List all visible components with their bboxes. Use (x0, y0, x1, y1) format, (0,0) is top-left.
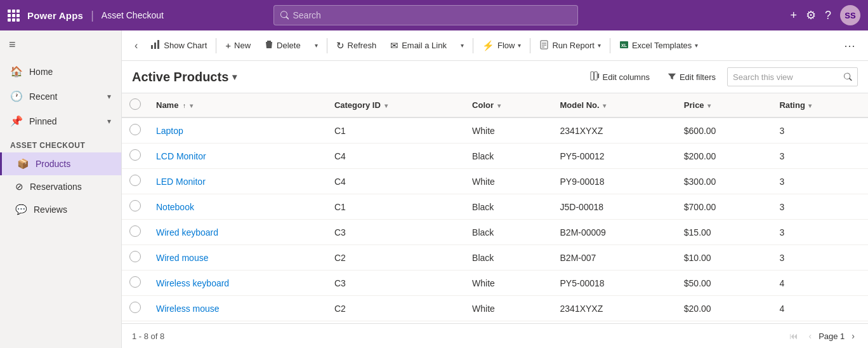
col-model-filter[interactable]: ▾ (603, 102, 606, 109)
table-row: Notebook C1 Black J5D-00018 $700.00 3 (122, 194, 868, 220)
col-category-id[interactable]: Category ID ▾ (327, 93, 464, 117)
row-checkbox-cell[interactable] (122, 194, 148, 220)
row-checkbox[interactable] (129, 225, 141, 237)
row-name[interactable]: Laptop (148, 117, 327, 144)
table-title-arrow[interactable]: ▾ (232, 72, 237, 82)
search-view-icon (844, 72, 852, 81)
edit-filters-button[interactable]: Edit filters (661, 69, 722, 86)
nav-divider: | (91, 9, 94, 22)
row-price: $600.00 (676, 117, 772, 144)
row-checkbox[interactable] (129, 124, 141, 135)
new-button[interactable]: + New (219, 37, 257, 54)
excel-icon: XL (619, 40, 629, 51)
col-color-filter[interactable]: ▾ (497, 102, 501, 109)
row-name[interactable]: Wireless mouse (148, 296, 327, 321)
row-checkbox[interactable] (129, 302, 141, 313)
first-page-button[interactable]: ⏮ (786, 329, 801, 343)
add-button[interactable]: + (790, 9, 797, 22)
row-checkbox-cell[interactable] (122, 117, 148, 144)
top-nav: Power Apps | Asset Checkout + ⚙ ? SS (0, 0, 868, 30)
delete-dropdown[interactable]: ▾ (308, 39, 324, 52)
col-name-label: Name (156, 100, 178, 110)
sidebar-item-recent[interactable]: 🕐 Recent ▾ (0, 84, 121, 109)
flow-icon: ⚡ (482, 40, 494, 51)
row-price: $15.00 (676, 220, 772, 245)
row-category-id: C3 (327, 220, 464, 245)
row-category-id: C1 (327, 194, 464, 220)
global-search[interactable] (273, 5, 578, 25)
col-model-no[interactable]: Model No. ▾ (553, 93, 676, 117)
row-rating: 3 (772, 245, 868, 271)
sidebar-item-products[interactable]: 📦 Products (0, 152, 121, 175)
row-model-no: 2341XYXZ (553, 117, 676, 144)
recent-icon: 🕐 (10, 90, 23, 102)
sidebar-item-reservations[interactable]: ⊘ Reservations (0, 175, 121, 198)
run-report-icon (539, 40, 549, 51)
col-rating[interactable]: Rating ▾ (772, 93, 868, 117)
table-title-text: Active Products (132, 70, 228, 84)
flow-label: Flow (497, 41, 515, 50)
row-model-no: J5D-00018 (553, 194, 676, 220)
avatar[interactable]: SS (840, 5, 860, 25)
excel-templates-button[interactable]: XL Excel Templates ▾ (613, 37, 704, 55)
show-chart-label: Show Chart (164, 41, 207, 50)
row-name[interactable]: Notebook (148, 194, 327, 220)
row-model-no: PY5-00018 (553, 271, 676, 296)
next-page-button[interactable]: › (848, 329, 858, 343)
email-link-button[interactable]: ✉ Email a Link (384, 37, 453, 55)
settings-button[interactable]: ⚙ (806, 8, 816, 22)
search-view-box[interactable] (727, 67, 858, 86)
row-category-id: C2 (327, 245, 464, 271)
search-view-input[interactable] (733, 72, 840, 82)
sidebar-reviews-label: Reviews (34, 204, 67, 215)
row-name[interactable]: LED Monitor (148, 169, 327, 194)
toolbar-sep-4 (530, 38, 530, 53)
back-button[interactable]: ‹ (129, 37, 143, 55)
row-model-no: 2341XYXZ (553, 296, 676, 321)
row-checkbox[interactable] (129, 200, 141, 211)
col-name-filter[interactable]: ▾ (190, 102, 193, 109)
row-checkbox-cell[interactable] (122, 296, 148, 321)
row-checkbox[interactable] (129, 276, 141, 288)
checkbox-header[interactable] (122, 93, 148, 117)
global-search-input[interactable] (293, 10, 571, 20)
row-name[interactable]: Wired keyboard (148, 220, 327, 245)
page-label: Page 1 (819, 331, 845, 341)
show-chart-button[interactable]: Show Chart (144, 36, 213, 55)
row-name[interactable]: Wired mouse (148, 245, 327, 271)
col-price[interactable]: Price ▾ (676, 93, 772, 117)
sidebar-item-reviews[interactable]: 💬 Reviews (0, 198, 121, 221)
row-name[interactable]: Wireless keyboard (148, 271, 327, 296)
run-report-button[interactable]: Run Report ▾ (533, 37, 607, 55)
col-price-label: Price (684, 100, 704, 110)
header-checkbox[interactable] (129, 98, 141, 110)
col-category-filter[interactable]: ▾ (385, 102, 388, 109)
sidebar-item-home[interactable]: 🏠 Home (0, 59, 121, 84)
row-checkbox[interactable] (129, 175, 141, 186)
col-price-filter[interactable]: ▾ (707, 102, 711, 109)
row-checkbox-cell[interactable] (122, 271, 148, 296)
edit-columns-button[interactable]: Edit columns (584, 68, 656, 86)
apps-grid-icon[interactable] (8, 10, 20, 22)
row-checkbox-cell[interactable] (122, 245, 148, 271)
delete-button[interactable]: Delete (258, 36, 307, 55)
refresh-button[interactable]: ↻ Refresh (330, 37, 383, 55)
email-dropdown[interactable]: ▾ (454, 39, 470, 52)
col-rating-filter[interactable]: ▾ (808, 102, 812, 109)
row-checkbox-cell[interactable] (122, 144, 148, 169)
row-checkbox[interactable] (129, 149, 141, 161)
row-checkbox[interactable] (129, 251, 141, 262)
sidebar-item-pinned[interactable]: 📌 Pinned ▾ (0, 109, 121, 133)
col-color[interactable]: Color ▾ (464, 93, 552, 117)
row-name[interactable]: LCD Monitor (148, 144, 327, 169)
row-checkbox-cell[interactable] (122, 220, 148, 245)
help-button[interactable]: ? (825, 9, 831, 22)
sidebar-toggle[interactable]: ≡ (0, 30, 121, 59)
more-button[interactable]: ⋯ (839, 36, 860, 56)
row-rating: 3 (772, 220, 868, 245)
row-checkbox-cell[interactable] (122, 169, 148, 194)
prev-page-button[interactable]: ‹ (805, 329, 815, 343)
sidebar: ≡ 🏠 Home 🕐 Recent ▾ 📌 Pinned ▾ Asset Che… (0, 30, 122, 348)
flow-button[interactable]: ⚡ Flow ▾ (476, 37, 527, 55)
col-name[interactable]: Name ↑ ▾ (148, 93, 327, 117)
